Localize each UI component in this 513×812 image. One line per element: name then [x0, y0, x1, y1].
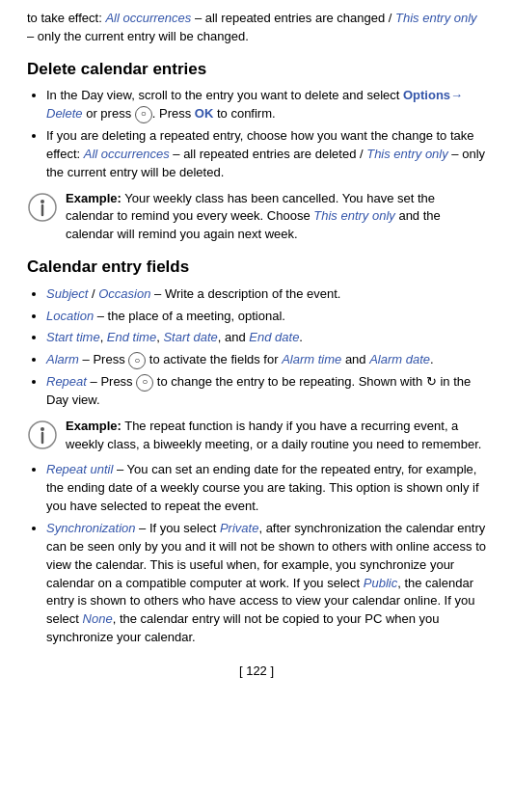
repeat-select-icon: ○: [136, 374, 153, 392]
svg-point-4: [40, 427, 44, 431]
end-time-link: End time: [107, 330, 156, 344]
section2-bullet-list-2: Repeat until – You can set an ending dat…: [27, 461, 486, 646]
section2-bullet-1: Subject / Occasion – Write a description…: [46, 285, 486, 304]
repeat-link: Repeat: [46, 374, 87, 389]
this-entry-only-link-1: This entry only: [395, 11, 477, 25]
repeat-symbol: ↻: [426, 374, 437, 389]
section2-note-text: Example: The repeat function is handy if…: [66, 418, 486, 454]
section1-note-text: Example: Your weekly class has been canc…: [66, 190, 486, 245]
delete-label: Delete: [46, 106, 83, 121]
end-date-link: End date: [249, 330, 299, 344]
section1-note-bold: Example:: [66, 191, 122, 205]
synchronization-link: Synchronization: [46, 521, 136, 535]
section2-bullet-2: Location – the place of a meeting, optio…: [46, 308, 486, 326]
section1-bullet-list: In the Day view, scroll to the entry you…: [27, 87, 486, 181]
location-link: Location: [46, 309, 94, 323]
alarm-link: Alarm: [46, 352, 79, 366]
all-occurrences-link-1: All occurrences: [105, 11, 191, 25]
intro-end-1: – only the current entry will be changed…: [27, 29, 249, 43]
start-date-link: Start date: [163, 330, 217, 344]
alarm-date-link: Alarm date: [369, 352, 430, 366]
section2-note: Example: The repeat function is handy if…: [27, 418, 486, 454]
page-number: [ 122 ]: [27, 663, 486, 681]
section2-bullet-7: Synchronization – If you select Private,…: [46, 520, 486, 647]
section1-bullet-2: If you are deleting a repeated entry, ch…: [46, 127, 486, 182]
section1-note: Example: Your weekly class has been canc…: [27, 190, 486, 245]
all-occurrences-link-2: All occurrences: [84, 147, 170, 161]
section2-bullet-5: Repeat – Press ○ to change the entry to …: [46, 373, 486, 410]
ok-label: OK: [195, 106, 214, 121]
public-link: Public: [364, 576, 397, 590]
svg-point-1: [40, 200, 44, 203]
subject-link: Subject: [46, 286, 88, 301]
alarm-time-link: Alarm time: [282, 352, 341, 366]
intro-text: to take effect:: [27, 11, 105, 25]
section2-bullet-list-1: Subject / Occasion – Write a description…: [27, 285, 486, 410]
private-link: Private: [220, 521, 258, 535]
note-icon-1: [27, 192, 58, 223]
section1-title: Delete calendar entries: [27, 58, 486, 82]
alarm-select-icon: ○: [128, 352, 146, 369]
start-time-link: Start time: [46, 330, 100, 344]
this-entry-only-link-2: This entry only: [366, 147, 448, 161]
center-key-icon: ○: [135, 106, 152, 123]
options-label: Options→: [403, 88, 463, 102]
section2-title: Calendar entry fields: [27, 256, 486, 280]
intro-paragraph: to take effect: All occurrences – all re…: [27, 10, 486, 46]
note-icon-2: [27, 420, 58, 450]
this-entry-only-link-3: This entry only: [313, 208, 395, 223]
occasion-link: Occasion: [98, 286, 150, 301]
section2-bullet-4: Alarm – Press ○ to activate the fields f…: [46, 351, 486, 369]
none-link: None: [83, 611, 113, 626]
intro-middle-1: – all repeated entries are changed /: [191, 11, 395, 25]
repeat-until-link: Repeat until: [46, 462, 113, 476]
section2-bullet-3: Start time, End time, Start date, and En…: [46, 329, 486, 347]
section2-note-bold: Example:: [66, 419, 122, 433]
section2-bullet-6: Repeat until – You can set an ending dat…: [46, 461, 486, 516]
section1-bullet-1: In the Day view, scroll to the entry you…: [46, 87, 486, 123]
